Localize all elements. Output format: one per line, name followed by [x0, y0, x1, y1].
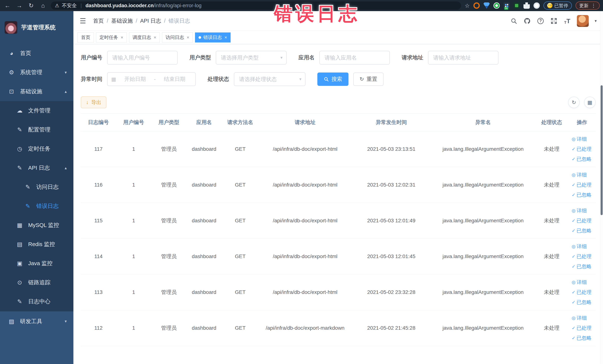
eye-icon: ◎	[572, 208, 576, 213]
detail-link[interactable]: ◎详细	[572, 243, 587, 250]
mark-ignored-link[interactable]: ✓已忽略	[572, 227, 591, 234]
sidebar-item-mysql-monitor[interactable]: ▦ MySQL 监控	[0, 216, 73, 235]
detail-link[interactable]: ◎详细	[572, 315, 587, 321]
filter-request-url: 请求地址	[402, 51, 499, 65]
browser-update-button[interactable]: 更新 ⋮	[576, 1, 600, 10]
reset-button[interactable]: ↻ 重置	[353, 72, 383, 86]
edit-icon: ✎	[16, 126, 23, 133]
sidebar-item-home[interactable]: ◕ 首页	[0, 44, 73, 63]
calendar-icon: ▦	[111, 76, 116, 82]
extension-icon[interactable]	[513, 2, 520, 9]
tab-schedule-log[interactable]: 调度日志 ×	[129, 33, 160, 42]
filter-app-name: 应用名	[299, 51, 390, 65]
page-scrollbar[interactable]	[600, 11, 603, 364]
mark-ignored-link[interactable]: ✓已忽略	[572, 192, 591, 198]
sidebar-item-access-log[interactable]: ✎ 访问日志	[0, 177, 73, 197]
user-type-select[interactable]	[216, 51, 287, 65]
bookmark-star-icon[interactable]: ☆	[465, 2, 470, 9]
date-range-picker[interactable]: ▦ 开始日期 - 结束日期	[107, 72, 196, 86]
sidebar-item-redis-monitor[interactable]: ▤ Redis 监控	[0, 235, 73, 254]
mark-ignored-link[interactable]: ✓已忽略	[572, 263, 591, 270]
back-icon[interactable]: ←	[3, 2, 12, 9]
user-avatar[interactable]	[577, 15, 589, 27]
column-header: 处理状态	[535, 114, 568, 131]
sidebar-item-java-monitor[interactable]: ▣ Java 监控	[0, 254, 73, 273]
mark-ignored-link[interactable]: ✓已忽略	[572, 335, 591, 341]
sidebar-item-scheduled-tasks[interactable]: ◷ 定时任务	[0, 139, 73, 158]
address-bar[interactable]: ⚠ 不安全 | dashboard.yudao.iocoder.cn/infra…	[51, 1, 461, 10]
column-header: 日志编号	[81, 114, 116, 131]
scrollbar-thumb[interactable]	[601, 85, 603, 215]
mark-processed-link[interactable]: ✓已处理	[572, 289, 591, 295]
reload-icon[interactable]: ↻	[27, 2, 35, 9]
table-row: 117 1 管理员 dashboard GET /api/infra/db-do…	[81, 131, 596, 167]
mark-processed-link[interactable]: ✓已处理	[572, 146, 591, 153]
sidebar-item-file-management[interactable]: ☁ 文件管理	[0, 101, 73, 120]
sidebar-item-infrastructure[interactable]: ⊡ 基础设施 ▴	[0, 82, 73, 101]
sidebar-item-config-management[interactable]: ✎ 配置管理	[0, 120, 73, 139]
error-log-table: 日志编号 用户编号 用户类型 应用名 请求方法名 请求地址 异常发生时间 异常名…	[81, 114, 596, 346]
app-window: 芋道管理系统 ◕ 首页 ⚙ 系统管理 ▾ ⊡ 基础设施 ▴ ☁ 文件管理	[0, 11, 603, 364]
sidebar-item-trace[interactable]: ⊙ 链路追踪	[0, 273, 73, 292]
eye-icon: ◎	[572, 244, 576, 249]
tab-close-icon[interactable]: ×	[224, 35, 227, 40]
sidebar-item-api-log[interactable]: ✎ API 日志 ▴	[0, 158, 73, 177]
chrome-right-cluster: ☆ on 已暂停 更新 ⋮	[465, 1, 600, 10]
request-url-input[interactable]	[428, 51, 499, 65]
detail-link[interactable]: ◎详细	[572, 207, 587, 214]
detail-link[interactable]: ◎详细	[572, 279, 587, 286]
help-icon[interactable]: ?	[537, 17, 544, 25]
mark-processed-link[interactable]: ✓已处理	[572, 253, 591, 260]
detail-link[interactable]: ◎详细	[572, 172, 587, 178]
refresh-button[interactable]: ↻	[568, 97, 580, 108]
tab-paused-pill[interactable]: 已暂停	[544, 1, 572, 10]
sidebar-item-dev-tools[interactable]: ▨ 研发工具 ▾	[0, 311, 73, 331]
forward-icon[interactable]: →	[15, 2, 23, 9]
detail-link[interactable]: ◎详细	[572, 136, 587, 142]
check-icon: ✓	[572, 192, 575, 198]
search-button[interactable]: 搜索	[317, 72, 348, 86]
process-status-select[interactable]	[234, 72, 305, 86]
extension-icon[interactable]	[483, 2, 490, 9]
filter-user-id: 用户编号	[81, 51, 178, 65]
column-settings-button[interactable]: ▦	[584, 97, 596, 108]
extension-icon[interactable]: on	[503, 2, 510, 9]
breadcrumb-item[interactable]: 基础设施	[111, 17, 133, 25]
hamburger-icon[interactable]: ☰	[80, 17, 86, 25]
tab-error-log[interactable]: 错误日志 ×	[195, 33, 231, 42]
search-icon[interactable]	[510, 17, 518, 25]
mark-ignored-link[interactable]: ✓已忽略	[572, 299, 591, 305]
tab-close-icon[interactable]: ×	[187, 35, 189, 40]
breadcrumb-item[interactable]: API 日志	[140, 17, 161, 25]
tab-close-icon[interactable]: ×	[154, 35, 156, 40]
app-name-input[interactable]	[319, 51, 390, 65]
user-id-input[interactable]	[107, 51, 178, 65]
fullscreen-icon[interactable]	[550, 17, 557, 25]
sidebar-item-log-center[interactable]: ✎ 日志中心	[0, 292, 73, 311]
github-icon[interactable]	[523, 17, 531, 25]
check-icon: ✓	[572, 290, 575, 295]
tab-scheduled-tasks[interactable]: 定时任务 ×	[96, 33, 127, 42]
tab-home[interactable]: 首页	[78, 33, 94, 42]
kebab-menu-icon[interactable]: ⋮	[591, 3, 596, 9]
breadcrumb-item[interactable]: 首页	[93, 17, 104, 25]
refresh-icon: ↻	[359, 77, 364, 82]
mark-ignored-link[interactable]: ✓已忽略	[572, 156, 591, 163]
export-button[interactable]: ↓ 导出	[81, 96, 106, 108]
tab-close-icon[interactable]: ×	[121, 35, 123, 40]
home-icon[interactable]: ⌂	[39, 2, 47, 9]
profile-avatar-icon[interactable]	[533, 2, 540, 9]
mark-processed-link[interactable]: ✓已处理	[572, 325, 591, 331]
sidebar-item-system[interactable]: ⚙ 系统管理 ▾	[0, 63, 73, 82]
tab-access-log[interactable]: 访问日志 ×	[162, 33, 193, 42]
sidebar-item-error-log[interactable]: ✎ 错误日志	[0, 197, 73, 216]
extension-icon[interactable]	[493, 2, 500, 9]
puzzle-extension-icon[interactable]	[523, 2, 530, 9]
font-size-icon[interactable]: TT	[564, 17, 571, 25]
extension-icon[interactable]	[474, 2, 480, 9]
mark-processed-link[interactable]: ✓已处理	[572, 217, 591, 224]
sidebar-logo[interactable]: 芋道管理系统	[0, 11, 73, 44]
chevron-down-icon[interactable]: ▾	[595, 19, 597, 23]
mark-processed-link[interactable]: ✓已处理	[572, 182, 591, 188]
dashboard-icon: ◕	[8, 50, 15, 57]
